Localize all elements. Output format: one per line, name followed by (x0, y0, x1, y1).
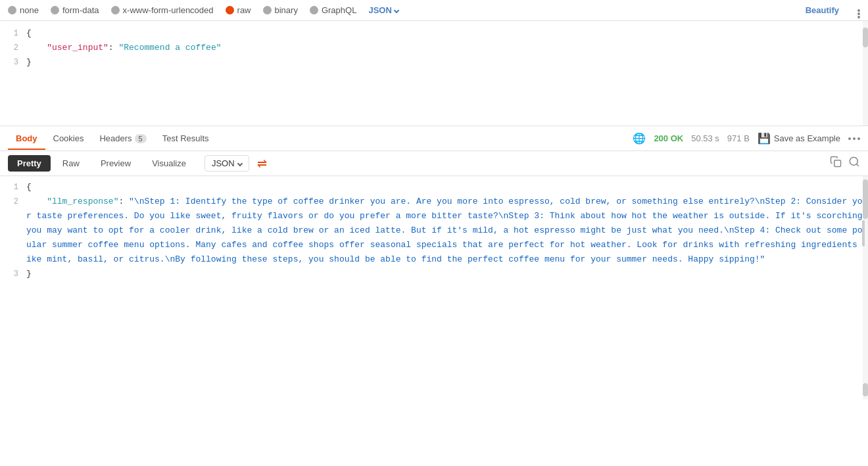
response-time: 50.53 s (691, 133, 719, 143)
beautify-button[interactable]: Beautify (806, 5, 839, 15)
response-meta: 🌐 200 OK 50.53 s 971 B 💾 Save as Example (633, 132, 860, 145)
json-type-dropdown[interactable]: JSON (368, 5, 398, 15)
line-content-1: { (26, 26, 32, 41)
line-number-3: 3 (0, 55, 26, 70)
wrap-lines-icon[interactable]: ⇌ (257, 156, 267, 171)
request-body-editor[interactable]: 1 { 2 "user_input": "Recommend a coffee"… (0, 21, 868, 126)
radio-circle-graphql (310, 6, 318, 14)
copy-response-button[interactable] (830, 156, 842, 171)
response-body-editor: 1 { 2 "llm_response": "\nStep 1: Identif… (0, 176, 868, 400)
headers-badge: 5 (135, 134, 147, 143)
radio-raw[interactable]: raw (226, 5, 251, 15)
format-preview-button[interactable]: Preview (91, 155, 140, 172)
radio-label-binary: binary (275, 5, 298, 15)
response-format-label: JSON (212, 158, 235, 168)
resp-line-number-3: 3 (0, 267, 26, 281)
request-line-3: 3 } (0, 55, 868, 70)
radio-label-none: none (20, 5, 39, 15)
radio-label-urlencoded: x-www-form-urlencoded (123, 5, 214, 15)
save-example-label: Save as Example (774, 133, 840, 143)
save-example-button[interactable]: 💾 Save as Example (758, 132, 840, 145)
svg-point-1 (850, 157, 857, 165)
resp-line-content-2: "llm_response": "\nStep 1: Identify the … (26, 195, 868, 267)
format-visualize-button[interactable]: Visualize (143, 155, 195, 172)
response-line-2: 2 "llm_response": "\nStep 1: Identify th… (0, 195, 868, 267)
format-pretty-button[interactable]: Pretty (8, 155, 51, 172)
globe-icon: 🌐 (633, 132, 646, 145)
panel-resize-handle[interactable] (859, 0, 868, 400)
response-line-3: 3 } (0, 267, 868, 281)
response-tabs-bar: Body Cookies Headers5 Test Results 🌐 200… (0, 126, 868, 151)
radio-label-graphql: GraphQL (322, 5, 356, 15)
tab-body-label: Body (16, 133, 37, 143)
line-number-2: 2 (0, 41, 26, 55)
tab-headers-label: Headers (99, 133, 132, 143)
json-type-label: JSON (368, 5, 391, 15)
save-icon: 💾 (758, 132, 771, 145)
request-code-editor: 1 { 2 "user_input": "Recommend a coffee"… (0, 21, 868, 75)
resp-line-number-2: 2 (0, 195, 26, 209)
format-chevron-icon (237, 160, 242, 166)
resp-line-content-1: { (26, 180, 868, 195)
tab-test-results-label: Test Results (162, 133, 209, 143)
chevron-down-icon (394, 7, 399, 12)
radio-circle-binary (263, 6, 272, 14)
body-type-bar: none form-data x-www-form-urlencoded raw… (0, 0, 868, 21)
format-raw-button[interactable]: Raw (53, 155, 89, 172)
line-number-1: 1 (0, 26, 26, 41)
tab-cookies-label: Cookies (53, 133, 84, 143)
radio-circle-urlencoded (111, 6, 120, 14)
line-content-3: } (26, 55, 32, 70)
response-code-content: 1 { 2 "llm_response": "\nStep 1: Identif… (0, 176, 868, 285)
response-size: 971 B (727, 133, 750, 143)
request-line-2: 2 "user_input": "Recommend a coffee" (0, 41, 868, 55)
response-status: 200 OK (654, 133, 683, 143)
radio-label-form-data: form-data (62, 5, 99, 15)
radio-graphql[interactable]: GraphQL (310, 5, 356, 15)
svg-rect-0 (834, 160, 841, 167)
radio-none[interactable]: none (8, 5, 39, 15)
request-line-1: 1 { (0, 26, 868, 41)
line-content-2: "user_input": "Recommend a coffee" (26, 41, 221, 55)
resp-line-number-1: 1 (0, 180, 26, 195)
tab-test-results[interactable]: Test Results (155, 127, 217, 150)
radio-label-raw: raw (237, 5, 251, 15)
response-format-dropdown[interactable]: JSON (205, 155, 249, 172)
tab-cookies[interactable]: Cookies (45, 127, 92, 150)
radio-circle-form-data (51, 6, 59, 14)
resize-handle-bar (862, 220, 865, 246)
response-format-bar: Pretty Raw Preview Visualize JSON ⇌ (0, 151, 868, 176)
radio-urlencoded[interactable]: x-www-form-urlencoded (111, 5, 214, 15)
tab-body[interactable]: Body (8, 127, 45, 150)
resp-line-content-3: } (26, 267, 868, 281)
radio-circle-none (8, 6, 16, 14)
response-line-1: 1 { (0, 180, 868, 195)
radio-form-data[interactable]: form-data (51, 5, 99, 15)
tab-headers[interactable]: Headers5 (91, 127, 154, 150)
radio-circle-raw (226, 6, 234, 14)
radio-binary[interactable]: binary (263, 5, 298, 15)
